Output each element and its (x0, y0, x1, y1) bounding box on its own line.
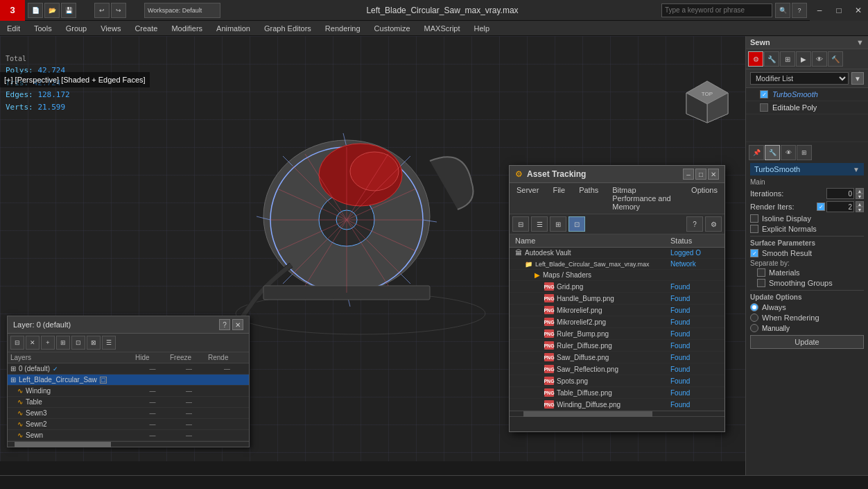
layer-row-sewn3[interactable]: ∿ Sewn3 — — (8, 408, 249, 419)
layer-row-sewn[interactable]: ∿ Sewn — — (8, 430, 249, 441)
asset-tb-btn2[interactable]: ☰ (531, 216, 548, 232)
asset-scrollbar[interactable] (510, 411, 724, 416)
asset-row-maps[interactable]: ▶ Maps / Shaders (510, 270, 724, 281)
new-file-icon[interactable]: 📄 (28, 3, 43, 18)
layer-tb-btn7[interactable]: ☰ (102, 336, 116, 350)
rp-tab-display[interactable]: 👁 (781, 145, 796, 160)
asset-row-table-diff[interactable]: PNG Table_Diffuse.png Found (510, 387, 724, 399)
rp-icon-utilities[interactable]: 🔨 (828, 51, 843, 67)
asset-tb-btn3[interactable]: ⊞ (550, 216, 566, 232)
undo-icon[interactable]: ↩ (94, 3, 110, 18)
ts-materials-checkbox[interactable] (757, 268, 765, 277)
modifier-editable-poly[interactable]: Editable Poly (746, 101, 868, 114)
asset-tb-btn1[interactable]: ⊟ (512, 216, 529, 232)
menu-views[interactable]: Views (94, 21, 128, 36)
layer-row-sewn2[interactable]: ∿ Sewn2 — — (8, 419, 249, 430)
open-file-icon[interactable]: 📂 (44, 3, 60, 18)
save-icon[interactable]: 💾 (61, 3, 76, 18)
menu-animation[interactable]: Animation (209, 21, 257, 36)
asset-row-spots[interactable]: PNG Spots.png Found (510, 375, 724, 387)
ts-smooth-result-checkbox[interactable] (750, 249, 758, 257)
ts-collapse-btn[interactable]: ▼ (853, 166, 860, 173)
asset-tb-btn4[interactable]: ⊡ (568, 216, 585, 232)
ts-render-iters-checkbox[interactable] (817, 203, 825, 211)
layer-tb-btn5[interactable]: ⊡ (71, 336, 85, 350)
ts-when-rendering-radio[interactable] (750, 314, 758, 322)
rp-icon-create[interactable]: ⚙ (748, 51, 763, 67)
asset-menu-options[interactable]: Options (684, 185, 724, 212)
asset-row-ruler-diff[interactable]: PNG Ruler_Diffuse.png Found (510, 340, 724, 352)
modifier-pin-btn[interactable]: ▼ (851, 72, 864, 85)
asset-help-btn[interactable]: ? (686, 216, 703, 232)
modifier-list-dropdown[interactable]: Modifier List (750, 72, 849, 85)
asset-row-mikro1[interactable]: PNG Mikrorelief.png Found (510, 304, 724, 316)
layer-tb-btn1[interactable]: ⊟ (10, 336, 24, 350)
menu-rendering[interactable]: Rendering (318, 21, 367, 36)
asset-row-grid[interactable]: PNG Grid.png Found (510, 281, 724, 293)
ts-render-down[interactable]: ▼ (856, 207, 864, 212)
asset-row-saw-diff[interactable]: PNG Saw_Diffuse.png Found (510, 352, 724, 363)
modifier-turbosmooth[interactable]: ✓ TurboSmooth (746, 88, 868, 101)
menu-tools[interactable]: Tools (27, 21, 59, 36)
layer-tb-btn4[interactable]: ⊞ (56, 336, 70, 350)
layer-row-0-default[interactable]: ⊞ 0 (default) ✓ — — — (8, 363, 249, 375)
close-button[interactable]: ✕ (849, 0, 868, 21)
asset-row-vault[interactable]: 🏛 Autodesk Vault Logged O (510, 248, 724, 259)
ts-render-up[interactable]: ▲ (856, 201, 864, 207)
asset-row-mikro2[interactable]: PNG Mikrorelief2.png Found (510, 316, 724, 328)
menu-maxscript[interactable]: MAXScript (417, 21, 467, 36)
layer-close-button[interactable]: ✕ (232, 319, 243, 330)
layer-tb-btn6[interactable]: ⊠ (87, 336, 101, 350)
maximize-button[interactable]: □ (829, 0, 849, 21)
layer-row-winding[interactable]: ∿ Winding — — (8, 386, 249, 397)
workspace-dropdown[interactable]: Workspace: Default (144, 3, 220, 18)
menu-modifiers[interactable]: Modifiers (164, 21, 209, 36)
asset-close-button[interactable]: ✕ (708, 169, 719, 180)
asset-row-handle[interactable]: PNG Handle_Bump.png Found (510, 293, 724, 304)
nav-cube[interactable]: TOP (683, 78, 731, 126)
asset-menu-server[interactable]: Server (510, 185, 546, 212)
ts-iter-up[interactable]: ▲ (856, 188, 864, 194)
menu-customize[interactable]: Customize (367, 21, 417, 36)
menu-help[interactable]: Help (467, 21, 497, 36)
ts-isoline-checkbox[interactable] (750, 214, 758, 223)
layer-help-button[interactable]: ? (219, 319, 230, 330)
ts-manually-radio[interactable] (750, 324, 758, 332)
ts-smoothing-groups-checkbox[interactable] (757, 279, 765, 287)
asset-settings-btn[interactable]: ⚙ (705, 216, 722, 232)
turbosmooth-header[interactable]: TurboSmooth ▼ (750, 163, 864, 175)
rp-tab-modify[interactable]: 🔧 (765, 145, 780, 160)
minimize-button[interactable]: – (810, 0, 829, 21)
editable-poly-checkbox[interactable] (760, 103, 768, 112)
asset-row-ruler-bump[interactable]: PNG Ruler_Bump.png Found (510, 328, 724, 340)
rp-icon-modify[interactable]: 🔧 (764, 51, 779, 67)
layer-scrollbar[interactable] (8, 441, 249, 447)
rp-icon-display[interactable]: 👁 (812, 51, 827, 67)
menu-create[interactable]: Create (128, 21, 164, 36)
rp-icon-hierarchy[interactable]: ⊞ (780, 51, 795, 67)
help-icon[interactable]: ? (792, 3, 807, 18)
asset-row-winding-diff[interactable]: PNG Winding_Diffuse.png Found (510, 399, 724, 411)
asset-menu-file[interactable]: File (546, 185, 572, 212)
ts-explicit-checkbox[interactable] (750, 225, 758, 233)
menu-edit[interactable]: Edit (0, 21, 27, 36)
layer-tb-btn2[interactable]: ✕ (26, 336, 40, 350)
menu-graph-editors[interactable]: Graph Editors (257, 21, 318, 36)
redo-icon[interactable]: ↪ (111, 3, 126, 18)
rp-tab-pin[interactable]: 📌 (749, 145, 764, 160)
search-btn[interactable]: 🔍 (775, 3, 790, 18)
ts-update-button[interactable]: Update (750, 335, 864, 349)
asset-menu-paths[interactable]: Paths (572, 185, 605, 212)
ts-iter-down[interactable]: ▼ (856, 194, 864, 199)
search-input[interactable] (661, 3, 772, 17)
viewport-label[interactable]: [+] [Perspective] [Shaded + Edged Faces] (0, 72, 150, 87)
asset-menu-bitmap[interactable]: Bitmap Performance and Memory (605, 185, 684, 212)
menu-group[interactable]: Group (59, 21, 94, 36)
layer-row-circular-saw[interactable]: ⊞ Left_Blade_Circular_Saw □ (8, 375, 249, 386)
layer-tb-btn3[interactable]: + (41, 336, 55, 350)
asset-minimize-button[interactable]: – (683, 169, 694, 180)
turbosmooth-checkbox[interactable]: ✓ (760, 90, 768, 98)
ts-render-iters-input[interactable] (826, 201, 854, 212)
rp-icon-motion[interactable]: ▶ (796, 51, 811, 67)
asset-row-maxfile[interactable]: 📁 Left_Blade_Circular_Saw_max_vray.max N… (510, 259, 724, 270)
